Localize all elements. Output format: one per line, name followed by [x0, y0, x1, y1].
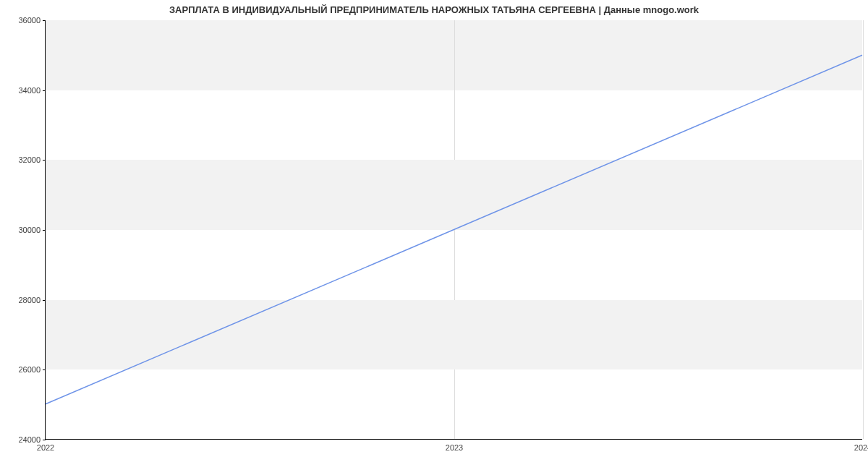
chart-line-svg	[46, 20, 862, 439]
y-tick-label: 24000	[4, 435, 41, 444]
y-tick-label: 28000	[4, 296, 41, 304]
x-tick-label: 2024	[854, 443, 868, 452]
chart-line	[46, 55, 862, 404]
y-tick-label: 34000	[4, 86, 41, 95]
chart-container: ЗАРПЛАТА В ИНДИВИДУАЛЬНЫЙ ПРЕДПРИНИМАТЕЛ…	[0, 0, 868, 470]
y-tick-label: 36000	[4, 16, 41, 25]
y-tick-mark	[43, 230, 46, 231]
y-tick-label: 26000	[4, 365, 41, 374]
y-tick-mark	[43, 300, 46, 301]
y-tick-mark	[43, 20, 46, 21]
x-gridline	[863, 20, 864, 439]
y-tick-mark	[43, 440, 46, 440]
y-tick-label: 30000	[4, 226, 41, 234]
x-tick-label: 2023	[446, 443, 463, 452]
plot-area: 202220232024	[45, 20, 862, 440]
y-tick-mark	[43, 160, 46, 161]
y-tick-label: 32000	[4, 155, 41, 164]
x-tick-label: 2022	[37, 443, 54, 452]
chart-title: ЗАРПЛАТА В ИНДИВИДУАЛЬНЫЙ ПРЕДПРИНИМАТЕЛ…	[0, 4, 868, 15]
y-tick-mark	[43, 369, 46, 370]
y-tick-mark	[43, 90, 46, 91]
